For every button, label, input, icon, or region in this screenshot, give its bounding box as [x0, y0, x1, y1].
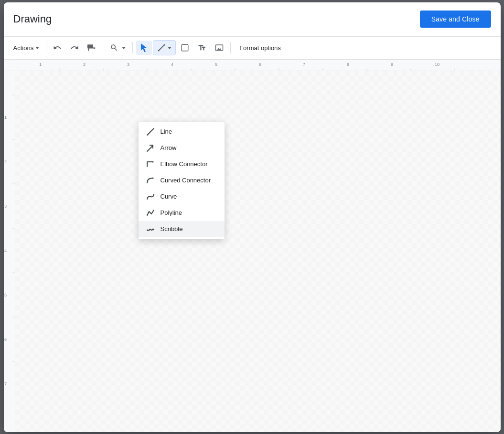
toolbar: Actions [4, 37, 501, 60]
curve-icon [146, 192, 155, 201]
drawing-area: 1 2 3 4 5 6 7 8 9 10 [4, 60, 501, 432]
format-options-button[interactable]: Format options [237, 42, 283, 54]
shape-icon [181, 43, 189, 52]
svg-text:7: 7 [303, 62, 305, 67]
polyline-icon [146, 209, 155, 217]
svg-text:3: 3 [4, 204, 7, 209]
dropdown-item-arrow-label: Arrow [161, 144, 177, 151]
zoom-icon [110, 43, 118, 52]
separator-1 [46, 42, 46, 53]
canvas [15, 71, 501, 432]
dropdown-item-curve-label: Curve [161, 193, 177, 200]
svg-point-1 [164, 44, 165, 46]
save-close-button[interactable]: Save and Close [420, 11, 491, 28]
actions-label: Actions [13, 44, 34, 52]
svg-text:1: 1 [39, 62, 42, 67]
image-tool-button[interactable] [211, 41, 227, 55]
svg-text:5: 5 [215, 62, 217, 67]
curved-connector-icon [146, 176, 155, 185]
undo-button[interactable] [49, 41, 65, 55]
drawing-modal: Drawing Save and Close Actions [4, 2, 501, 432]
svg-text:6: 6 [4, 337, 7, 342]
modal-header: Drawing Save and Close [4, 2, 501, 37]
ruler-top: 1 2 3 4 5 6 7 8 9 10 [15, 60, 501, 71]
arrow-icon [146, 144, 155, 152]
dropdown-item-scribble[interactable]: Scribble [139, 221, 225, 237]
line-tool-button[interactable] [153, 40, 176, 55]
modal-title: Drawing [13, 13, 52, 25]
dropdown-item-curve[interactable]: Curve [139, 189, 225, 205]
svg-text:10: 10 [435, 62, 440, 67]
paint-format-icon [87, 43, 96, 52]
ruler-corner [4, 60, 15, 71]
line-tool-dropdown: Line Arrow [139, 122, 225, 239]
line-icon [146, 127, 155, 136]
separator-2 [103, 42, 103, 53]
separator-4 [230, 42, 231, 53]
text-icon [198, 43, 206, 52]
svg-text:3: 3 [127, 62, 129, 67]
line-tool-chevron-icon [168, 47, 172, 49]
canvas-overlay [15, 71, 501, 432]
svg-point-40 [152, 177, 153, 179]
svg-point-0 [158, 50, 160, 52]
svg-text:2: 2 [4, 159, 7, 164]
cursor-icon [139, 43, 148, 52]
dropdown-item-line-label: Line [161, 128, 172, 135]
separator-3 [132, 42, 133, 53]
svg-point-39 [152, 161, 153, 162]
dropdown-item-polyline-label: Polyline [161, 209, 182, 216]
scribble-icon [146, 225, 155, 233]
dropdown-item-curved-connector[interactable]: Curved Connector [139, 172, 225, 189]
shape-tool-button[interactable] [177, 41, 193, 55]
zoom-button[interactable] [106, 41, 129, 55]
zoom-chevron-icon [122, 47, 126, 49]
dropdown-item-curved-connector-label: Curved Connector [161, 177, 211, 184]
svg-text:2: 2 [83, 62, 86, 67]
dropdown-item-elbow-label: Elbow Connector [161, 160, 208, 168]
dropdown-item-polyline[interactable]: Polyline [139, 205, 225, 221]
line-tool-icon [157, 43, 166, 52]
svg-text:5: 5 [4, 293, 7, 297]
svg-line-37 [147, 128, 154, 135]
text-tool-button[interactable] [194, 41, 210, 55]
svg-line-38 [147, 146, 153, 151]
actions-button[interactable]: Actions [10, 42, 43, 54]
dropdown-item-line[interactable]: Line [139, 124, 225, 140]
dropdown-item-elbow-connector[interactable]: Elbow Connector [139, 156, 225, 172]
actions-chevron-icon [35, 47, 39, 49]
svg-text:9: 9 [391, 62, 393, 67]
svg-text:4: 4 [171, 62, 173, 67]
redo-icon [70, 43, 79, 52]
paint-format-button[interactable] [84, 41, 100, 55]
elbow-connector-icon [146, 160, 155, 169]
select-tool-button[interactable] [136, 41, 152, 55]
redo-button[interactable] [66, 41, 83, 55]
svg-text:4: 4 [4, 248, 7, 253]
image-icon [215, 43, 224, 52]
svg-text:8: 8 [347, 62, 349, 67]
ruler-left: 1 2 3 4 5 6 7 [4, 71, 15, 432]
undo-icon [53, 43, 62, 52]
svg-rect-2 [182, 44, 188, 51]
svg-text:1: 1 [4, 115, 7, 120]
svg-text:6: 6 [259, 62, 261, 67]
svg-text:7: 7 [4, 381, 7, 386]
dropdown-item-arrow[interactable]: Arrow [139, 140, 225, 156]
dropdown-item-scribble-label: Scribble [161, 225, 183, 233]
